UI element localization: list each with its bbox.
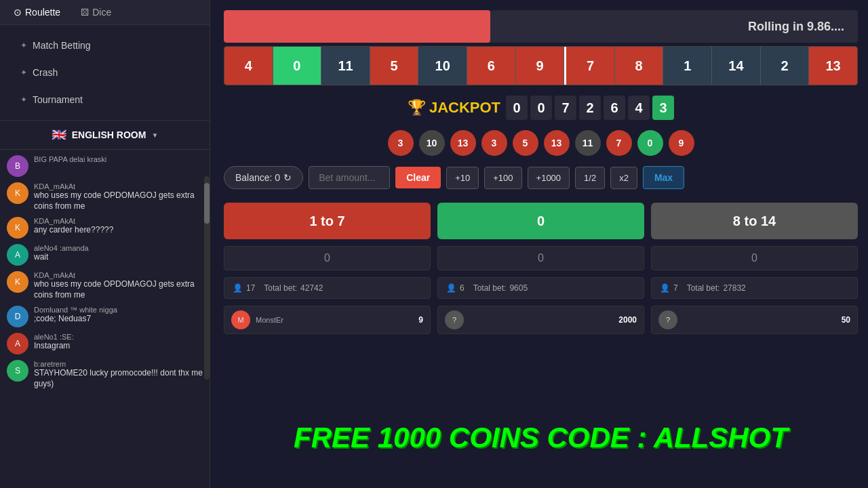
balance-display: Balance: 0 ↻ bbox=[224, 166, 303, 189]
table-row: ? 50 bbox=[651, 306, 858, 334]
stat-total-dark: 27832 bbox=[723, 283, 745, 293]
avatar: K bbox=[7, 182, 28, 204]
bet-controls: Balance: 0 ↻ Clear +10 +100 +1000 1/2 x2… bbox=[224, 166, 858, 189]
sidebar: ⊙ Roulette ⚄ Dice ✦ Match Betting ✦ Cras… bbox=[0, 0, 210, 488]
progress-bar-container: Rolling in 9.86.... bbox=[224, 10, 858, 43]
bet-0-button[interactable]: 0 bbox=[437, 203, 644, 239]
avatar: K bbox=[7, 271, 28, 293]
tab-roulette-label: Roulette bbox=[25, 7, 60, 18]
msg-username: aleNo4 :amanda bbox=[34, 244, 203, 252]
scrollbar[interactable] bbox=[204, 176, 210, 380]
progress-bar-fill bbox=[224, 10, 490, 43]
x2-button[interactable]: x2 bbox=[610, 167, 637, 189]
msg-username: KDA_mAkAt bbox=[34, 182, 203, 190]
plus1000-button[interactable]: +1000 bbox=[528, 167, 570, 189]
msg-text: who uses my code OPDOMAGOJ gets extra co… bbox=[34, 279, 203, 300]
list-item: A aleNo1 :SE: Instagram bbox=[7, 333, 203, 354]
chat-header: 🇬🇧 ENGLISH ROOM ▼ bbox=[0, 120, 210, 150]
roulette-wheel: 4 0 11 5 10 6 9 7 8 1 14 2 13 bbox=[224, 46, 858, 85]
avatar: ? bbox=[445, 310, 464, 329]
msg-text: STAYHOME20 lucky promocode!!! dont thx m… bbox=[34, 368, 203, 389]
roulette-cell: 10 bbox=[418, 47, 467, 85]
bet-amount-input[interactable] bbox=[309, 166, 390, 189]
roulette-cell: 9 bbox=[516, 47, 565, 85]
chat-messages: B BIG PAPA delai kraski K KDA_mAkAt who … bbox=[0, 150, 210, 407]
bet-stats-row: 👤 17 Total bet: 42742 👤 6 Total bet: 960… bbox=[224, 277, 858, 299]
list-item: S b:aretrem STAYHOME20 lucky promocode!!… bbox=[7, 360, 203, 389]
list-item: B BIG PAPA delai kraski bbox=[7, 155, 203, 177]
crash-icon: ✦ bbox=[20, 68, 27, 77]
history-num: 13 bbox=[544, 130, 570, 156]
jackpot-text: JACKPOT bbox=[429, 99, 500, 117]
roulette-cell: 1 bbox=[663, 47, 712, 85]
chat-room-label: ENGLISH ROOM bbox=[72, 129, 146, 140]
plus10-button[interactable]: +10 bbox=[446, 167, 479, 189]
roulette-cell: 7 bbox=[564, 47, 615, 85]
bet-stat-red: 👤 17 Total bet: 42742 bbox=[224, 277, 431, 299]
sidebar-tabs: ⊙ Roulette ⚄ Dice bbox=[0, 0, 210, 25]
avatar: D bbox=[7, 306, 28, 327]
half-button[interactable]: 1/2 bbox=[575, 167, 605, 189]
avatar: S bbox=[7, 360, 28, 382]
users-icon: 👤 bbox=[446, 283, 456, 293]
balance-label: Balance: 0 bbox=[235, 172, 280, 183]
bet-amounts-row: 0 0 0 bbox=[224, 246, 858, 270]
player-name: MonstEr bbox=[256, 316, 413, 324]
users-icon: 👤 bbox=[233, 283, 243, 293]
stat-total-red: 42742 bbox=[300, 283, 323, 293]
roulette-cell: 4 bbox=[224, 47, 273, 85]
sidebar-item-crash[interactable]: ✦ Crash bbox=[0, 59, 210, 86]
scrollbar-thumb[interactable] bbox=[204, 183, 210, 224]
avatar: A bbox=[7, 244, 28, 266]
refresh-icon[interactable]: ↻ bbox=[283, 172, 292, 183]
stat-users-red: 17 bbox=[246, 283, 255, 293]
history-num: 7 bbox=[606, 130, 632, 156]
bet-amount-dark: 0 bbox=[651, 246, 858, 270]
bet-1to7-button[interactable]: 1 to 7 bbox=[224, 203, 431, 239]
history-num: 9 bbox=[669, 130, 694, 156]
msg-username: aleNo1 :SE: bbox=[34, 333, 203, 341]
history-num: 10 bbox=[419, 130, 445, 156]
jackpot-label: 🏆 JACKPOT bbox=[408, 99, 500, 117]
tab-roulette[interactable]: ⊙ Roulette bbox=[14, 7, 60, 18]
jackpot-digit: 0 bbox=[530, 96, 552, 120]
bet-sections: 1 to 7 0 8 to 14 bbox=[224, 203, 858, 239]
list-item: K KDA_mAkAt any carder here????? bbox=[7, 217, 203, 239]
tab-dice[interactable]: ⚄ Dice bbox=[81, 7, 111, 18]
sidebar-item-tournament[interactable]: ✦ Tournament bbox=[0, 86, 210, 113]
jackpot-row: 🏆 JACKPOT 0 0 7 2 6 4 3 bbox=[224, 96, 858, 120]
match-betting-label: Match Betting bbox=[33, 40, 91, 51]
bet-stat-green: 👤 6 Total bet: 9605 bbox=[437, 277, 644, 299]
sidebar-menu: ✦ Match Betting ✦ Crash ✦ Tournament bbox=[0, 25, 210, 120]
avatar: M bbox=[231, 310, 250, 329]
tab-dice-label: Dice bbox=[92, 7, 111, 18]
plus100-button[interactable]: +100 bbox=[484, 167, 521, 189]
msg-username: b:aretrem bbox=[34, 360, 203, 368]
main-area: Rolling in 9.86.... 4 0 11 5 10 6 9 7 8 … bbox=[214, 0, 868, 488]
chevron-down-icon[interactable]: ▼ bbox=[151, 131, 158, 139]
bet-amount-green: 0 bbox=[437, 246, 644, 270]
stat-total-green: 9605 bbox=[509, 283, 528, 293]
clear-button[interactable]: Clear bbox=[395, 167, 441, 188]
bet-amount-red: 0 bbox=[224, 246, 431, 270]
history-num: 5 bbox=[513, 130, 538, 156]
history-num: 0 bbox=[637, 130, 663, 156]
msg-text: Instagram bbox=[34, 341, 203, 352]
history-num: 11 bbox=[575, 130, 601, 156]
sidebar-item-match-betting[interactable]: ✦ Match Betting bbox=[0, 32, 210, 59]
roulette-cell: 6 bbox=[467, 47, 516, 85]
crash-label: Crash bbox=[33, 67, 58, 78]
max-button[interactable]: Max bbox=[643, 166, 684, 189]
roulette-icon: ⊙ bbox=[14, 7, 22, 18]
msg-username: BIG PAPA delai kraski bbox=[34, 155, 203, 163]
msg-text: any carder here????? bbox=[34, 225, 203, 236]
avatar: A bbox=[7, 333, 28, 354]
avatar: B bbox=[7, 155, 28, 177]
roulette-cell: 13 bbox=[809, 47, 857, 85]
jackpot-digit: 7 bbox=[555, 96, 576, 120]
match-betting-icon: ✦ bbox=[20, 41, 27, 50]
bet-8to14-button[interactable]: 8 to 14 bbox=[651, 203, 858, 239]
msg-text: ;code; Neduas7 bbox=[34, 314, 203, 325]
list-item: K KDA_mAkAt who uses my code OPDOMAGOJ g… bbox=[7, 182, 203, 211]
uk-flag: 🇬🇧 bbox=[52, 127, 66, 142]
